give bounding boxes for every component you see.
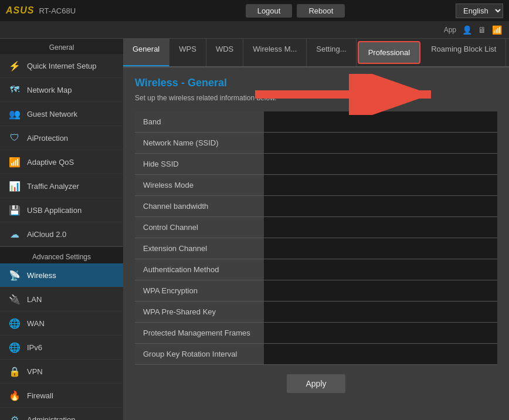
sidebar-item-label-vpn: VPN <box>27 367 43 376</box>
field-label-4: Channel bandwidth <box>135 196 264 217</box>
sidebar-item-wireless[interactable]: 📡 Wireless <box>0 263 123 287</box>
quick-setup-icon: ⚡ <box>8 59 21 72</box>
page-subtitle: Set up the wireless related information … <box>135 94 497 102</box>
sidebar-item-label-usb-application: USB Application <box>27 206 82 215</box>
sidebar-item-label-wan: WAN <box>27 319 45 328</box>
language-select[interactable]: English <box>456 4 503 18</box>
field-label-8: WPA Encryption <box>135 280 264 302</box>
app-bar: App 👤 🖥 📶 <box>0 21 509 39</box>
sidebar-item-firewall[interactable]: 🔥 Firewall <box>0 384 123 408</box>
sidebar-item-label-aiprotection: AiProtection <box>27 134 68 143</box>
network-map-icon: 🗺 <box>8 83 21 96</box>
reboot-button[interactable]: Reboot <box>297 4 345 18</box>
field-label-10: Protected Management Frames <box>135 323 264 344</box>
tab-bar: General WPS WDS Wireless M... Setting...… <box>123 39 509 67</box>
user-icon[interactable]: 👤 <box>462 25 472 35</box>
sidebar-item-aiprotection[interactable]: 🛡 AiProtection <box>0 126 123 150</box>
table-row: Wireless Mode <box>135 175 497 196</box>
field-value-9[interactable] <box>264 302 497 323</box>
field-value-0[interactable] <box>264 111 497 133</box>
tab-professional[interactable]: Professional <box>358 41 421 64</box>
table-row: Extension Channel <box>135 238 497 259</box>
sidebar-item-wan[interactable]: 🌐 WAN <box>0 311 123 336</box>
lan-icon: 🔌 <box>8 293 21 306</box>
field-value-7[interactable] <box>264 259 497 280</box>
wan-icon: 🌐 <box>8 317 21 330</box>
field-value-6[interactable] <box>264 238 497 259</box>
field-value-5[interactable] <box>264 217 497 238</box>
tab-wds[interactable]: WDS <box>206 39 243 66</box>
page-content: Wireless - General Set up the wireless r… <box>123 67 509 420</box>
firewall-icon: 🔥 <box>8 389 21 402</box>
field-label-2: Hide SSID <box>135 154 264 175</box>
sidebar-item-label-aicloud: AiCloud 2.0 <box>27 230 66 239</box>
table-row: Group Key Rotation Interval <box>135 344 497 365</box>
field-value-4[interactable] <box>264 196 497 217</box>
adaptive-qos-icon: 📶 <box>8 155 21 168</box>
field-label-0: Band <box>135 111 264 133</box>
sidebar-item-adaptive-qos[interactable]: 📶 Adaptive QoS <box>0 150 123 174</box>
sidebar-item-label-network-map: Network Map <box>27 86 72 94</box>
guest-network-icon: 👥 <box>8 107 21 120</box>
field-value-11[interactable] <box>264 344 497 365</box>
sidebar-item-vpn[interactable]: 🔒 VPN <box>0 360 123 384</box>
tab-settings[interactable]: Setting... <box>307 39 356 66</box>
ipv6-icon: 🌐 <box>8 341 21 354</box>
sidebar-item-aicloud[interactable]: ☁ AiCloud 2.0 <box>0 222 123 246</box>
tab-general[interactable]: General <box>123 39 169 66</box>
sidebar-item-network-map[interactable]: 🗺 Network Map <box>0 78 123 102</box>
aicloud-icon: ☁ <box>8 228 21 241</box>
tab-bar-container: General WPS WDS Wireless M... Setting...… <box>123 39 509 67</box>
monitor-icon[interactable]: 🖥 <box>478 25 486 35</box>
field-label-9: WPA Pre-Shared Key <box>135 302 264 323</box>
sidebar-item-label-adaptive-qos: Adaptive QoS <box>27 158 74 167</box>
sidebar-item-label-lan: LAN <box>27 295 42 304</box>
field-label-1: Network Name (SSID) <box>135 133 264 154</box>
table-row: Band <box>135 111 497 133</box>
table-row: Protected Management Frames <box>135 323 497 344</box>
sidebar-item-ipv6[interactable]: 🌐 IPv6 <box>0 336 123 360</box>
table-row: Hide SSID <box>135 154 497 175</box>
sidebar-item-label-wireless: Wireless <box>27 271 56 280</box>
usb-application-icon: 💾 <box>8 204 21 216</box>
logout-button[interactable]: Logout <box>246 4 293 18</box>
sidebar-item-traffic-analyzer[interactable]: 📊 Traffic Analyzer <box>0 174 123 198</box>
tab-wireless-m[interactable]: Wireless M... <box>243 39 307 66</box>
app-label: App <box>444 26 456 34</box>
sidebar-item-quick-setup[interactable]: ⚡ Quick Internet Setup <box>0 54 123 78</box>
sidebar-item-label-administration: Administration <box>27 415 75 421</box>
field-value-2[interactable] <box>264 154 497 175</box>
field-value-1[interactable] <box>264 133 497 154</box>
table-row: WPA Encryption <box>135 280 497 302</box>
field-value-8[interactable] <box>264 280 497 302</box>
tab-wps[interactable]: WPS <box>169 39 206 66</box>
sidebar-item-usb-application[interactable]: 💾 USB Application <box>0 198 123 222</box>
settings-table: Band Network Name (SSID) Hide SSID Wirel… <box>135 111 497 365</box>
main-layout: General ⚡ Quick Internet Setup 🗺 Network… <box>0 39 509 420</box>
router-model: RT-AC68U <box>39 6 76 15</box>
tab-roaming[interactable]: Roaming Block List <box>422 39 506 66</box>
sidebar-item-label-ipv6: IPv6 <box>27 343 42 352</box>
sidebar-item-label-traffic-analyzer: Traffic Analyzer <box>27 182 79 191</box>
field-value-3[interactable] <box>264 175 497 196</box>
apply-btn-row: Apply <box>135 374 497 393</box>
apply-button[interactable]: Apply <box>287 374 345 393</box>
sidebar-item-label-firewall: Firewall <box>27 391 53 400</box>
field-label-6: Extension Channel <box>135 238 264 259</box>
content-area: General WPS WDS Wireless M... Setting...… <box>123 39 509 420</box>
traffic-analyzer-icon: 📊 <box>8 179 21 192</box>
sidebar-item-label-guest-network: Guest Network <box>27 110 77 118</box>
field-label-11: Group Key Rotation Interval <box>135 344 264 365</box>
signal-icon[interactable]: 📶 <box>492 25 502 35</box>
sidebar-item-guest-network[interactable]: 👥 Guest Network <box>0 102 123 126</box>
field-value-10[interactable] <box>264 323 497 344</box>
aiprotection-icon: 🛡 <box>8 131 21 144</box>
sidebar-item-lan[interactable]: 🔌 LAN <box>0 287 123 311</box>
table-row: Authentication Method <box>135 259 497 280</box>
language-selector-area: English <box>456 4 503 18</box>
field-label-7: Authentication Method <box>135 259 264 280</box>
sidebar-item-administration[interactable]: ⚙ Administration <box>0 408 123 420</box>
logo-area: ASUS RT-AC68U <box>6 5 135 16</box>
field-label-3: Wireless Mode <box>135 175 264 196</box>
general-section-label: General <box>0 39 123 54</box>
